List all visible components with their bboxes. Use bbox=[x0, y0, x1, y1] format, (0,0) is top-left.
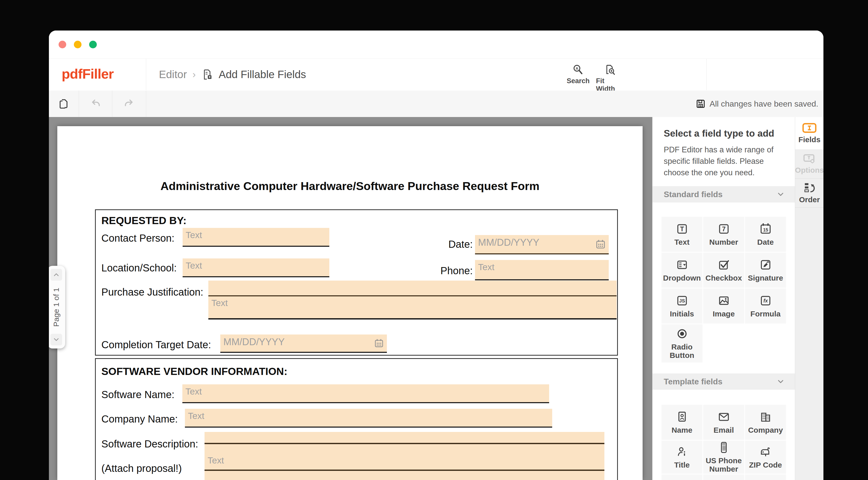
name-field-icon bbox=[676, 411, 688, 423]
contact-person-field[interactable]: Text bbox=[183, 228, 329, 247]
close-window-button[interactable] bbox=[59, 41, 66, 48]
completion-target-date-label: Completion Target Date: bbox=[101, 339, 211, 350]
software-vendor-section: SOFTWARE VENDOR INFORMATION: Software Na… bbox=[95, 358, 618, 480]
company-name-field[interactable]: Text bbox=[185, 409, 552, 427]
fields-panel: Select a field type to add PDF Editor ha… bbox=[652, 117, 795, 480]
ruled-line bbox=[205, 443, 604, 444]
email-field-icon bbox=[717, 411, 730, 423]
location-school-label: Location/School: bbox=[101, 262, 177, 274]
purchase-justification-label: Purchase Justification: bbox=[101, 286, 203, 298]
zoom-window-button[interactable] bbox=[89, 41, 97, 48]
field-type-date[interactable]: 15 Date bbox=[745, 217, 786, 252]
svg-text:JS: JS bbox=[679, 298, 685, 304]
software-description-label: Software Description: bbox=[101, 438, 198, 450]
svg-text:fx: fx bbox=[763, 298, 768, 304]
next-page-button[interactable] bbox=[51, 334, 62, 345]
company-name-label: Company Name: bbox=[101, 413, 178, 425]
field-type-zip-code[interactable]: ZIP Code bbox=[745, 441, 786, 474]
field-type-dropdown[interactable]: Dropdown bbox=[661, 252, 703, 288]
save-status: All changes have been saved. bbox=[695, 91, 818, 117]
breadcrumb-editor-link[interactable]: Editor bbox=[159, 68, 187, 81]
header-divider bbox=[146, 59, 146, 90]
chevron-down-icon bbox=[776, 377, 785, 386]
image-field-icon bbox=[717, 294, 730, 307]
template-fields-label: Template fields bbox=[664, 377, 722, 386]
svg-text:T: T bbox=[680, 226, 684, 233]
software-name-placeholder: Text bbox=[185, 386, 202, 397]
pages-button[interactable] bbox=[49, 91, 79, 117]
contact-person-label: Contact Person: bbox=[101, 233, 175, 244]
completion-target-date-field[interactable]: MM/DD/YYYY bbox=[220, 335, 387, 353]
field-type-company[interactable]: Company bbox=[745, 405, 786, 440]
copy-pages-icon bbox=[58, 98, 70, 110]
search-icon: A bbox=[572, 64, 584, 75]
ruled-line bbox=[205, 470, 604, 471]
editor-canvas: Administrative Computer Hardware/Softwar… bbox=[49, 117, 824, 480]
save-status-text: All changes have been saved. bbox=[710, 99, 818, 109]
tab-options[interactable]: Options bbox=[795, 149, 824, 178]
breadcrumb-chevron-icon: › bbox=[192, 69, 196, 80]
tab-order[interactable]: Order bbox=[795, 178, 824, 208]
software-description-field[interactable]: Text bbox=[205, 432, 604, 480]
add-fillable-fields-icon bbox=[201, 69, 213, 80]
location-school-field[interactable]: Text bbox=[183, 259, 329, 277]
page-indicator-text: Page 1 of 1 bbox=[52, 288, 61, 327]
standard-fields-header[interactable]: Standard fields bbox=[653, 186, 795, 203]
chevron-down-icon bbox=[53, 336, 60, 343]
fit-width-button[interactable]: Fit Width bbox=[596, 64, 624, 93]
tab-fields[interactable]: Fields bbox=[795, 117, 824, 149]
fields-tab-icon bbox=[802, 123, 817, 133]
panel-description: PDF Editor has a wide range of specific … bbox=[664, 144, 784, 178]
field-type-signature[interactable]: Signature bbox=[745, 252, 786, 288]
field-type-number[interactable]: 7 Number bbox=[703, 217, 744, 252]
search-button[interactable]: A Search bbox=[568, 64, 588, 85]
undo-button[interactable] bbox=[79, 91, 112, 117]
field-type-text[interactable]: T Text bbox=[661, 217, 703, 252]
field-type-partial[interactable] bbox=[745, 474, 786, 480]
initials-field-icon: JS bbox=[676, 294, 688, 307]
software-name-field[interactable]: Text bbox=[182, 384, 549, 403]
fit-width-icon bbox=[604, 64, 616, 75]
field-type-email[interactable]: Email bbox=[703, 405, 744, 440]
field-type-initials[interactable]: JS Initials bbox=[661, 288, 703, 323]
redo-icon bbox=[123, 97, 135, 110]
calendar-icon[interactable] bbox=[374, 338, 384, 348]
purchase-justification-placeholder: Text bbox=[211, 298, 228, 308]
previous-page-button[interactable] bbox=[51, 269, 62, 281]
page-navigator: Page 1 of 1 bbox=[49, 266, 65, 348]
pdf-page: Administrative Computer Hardware/Softwar… bbox=[57, 126, 643, 480]
field-type-checkbox[interactable]: Checkbox bbox=[703, 252, 744, 288]
titlebar bbox=[49, 31, 824, 59]
field-type-partial[interactable] bbox=[661, 474, 703, 480]
field-type-partial[interactable] bbox=[703, 474, 744, 480]
date-field[interactable]: MM/DD/YYYY bbox=[475, 235, 609, 254]
field-type-name[interactable]: Name bbox=[661, 405, 703, 440]
page-indicator: Page 1 of 1 bbox=[49, 284, 65, 331]
editor-toolbar: All changes have been saved. bbox=[49, 91, 824, 117]
field-type-title[interactable]: Title bbox=[661, 441, 703, 474]
zip-code-field-icon bbox=[759, 445, 772, 458]
field-type-us-phone-number[interactable]: US Phone Number bbox=[703, 441, 744, 474]
software-vendor-heading: SOFTWARE VENDOR INFORMATION: bbox=[101, 366, 287, 377]
software-description-placeholder: Text bbox=[208, 455, 224, 466]
template-fields-header[interactable]: Template fields bbox=[653, 373, 795, 390]
sidebar-tab-rail: Fields Options bbox=[795, 117, 824, 480]
minimize-window-button[interactable] bbox=[74, 41, 82, 48]
redo-button[interactable] bbox=[112, 91, 146, 117]
app-window: pdfFiller Editor › Add Fillable Fields A… bbox=[49, 31, 824, 480]
svg-text:15: 15 bbox=[763, 228, 768, 233]
options-tab-icon bbox=[803, 153, 816, 164]
dropdown-field-icon bbox=[676, 259, 688, 271]
field-type-image[interactable]: Image bbox=[703, 288, 744, 323]
phone-field[interactable]: Text bbox=[475, 260, 609, 280]
svg-text:A: A bbox=[576, 66, 578, 70]
order-tab-icon bbox=[803, 182, 816, 193]
calendar-icon[interactable] bbox=[595, 239, 606, 249]
undo-icon bbox=[89, 97, 102, 110]
header-divider-2 bbox=[706, 59, 707, 90]
field-type-radio-button[interactable]: Radio Button bbox=[661, 324, 703, 363]
checkbox-field-icon bbox=[717, 259, 730, 271]
field-type-formula[interactable]: fx Formula bbox=[745, 288, 786, 323]
company-field-icon bbox=[759, 411, 772, 423]
purchase-justification-field[interactable]: Text bbox=[208, 281, 617, 319]
